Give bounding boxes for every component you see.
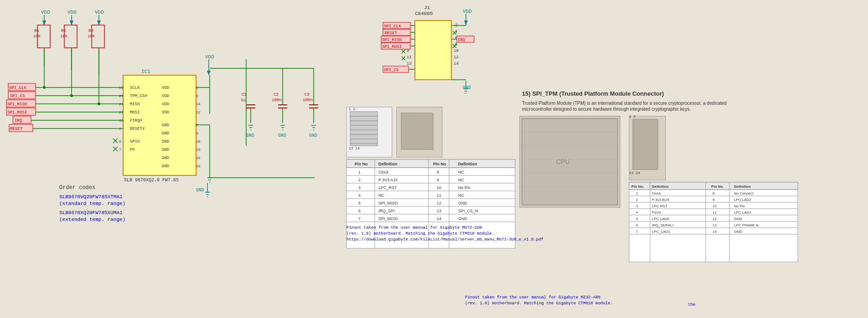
svg-text:PIRQ#: PIRQ# [130,118,143,123]
svg-text:100n: 100n [303,98,313,103]
svg-text:7: 7 [119,148,121,152]
svg-text:8: 8 [196,94,198,98]
svg-text:33: 33 [196,164,201,168]
svg-text:4: 4 [358,193,361,198]
svg-text:LPC_RST: LPC_RST [378,185,397,190]
svg-text:SPI_CS: SPI_CS [10,94,25,98]
svg-text:10k: 10k [60,34,67,39]
svg-text:VDD: VDD [162,94,169,98]
svg-text:C84005: C84005 [415,11,433,16]
svg-text:GND: GND [278,133,286,138]
svg-text:IC1: IC1 [141,69,150,74]
order-code-2: SLB9670XQ20FW785XUMA1 [59,210,123,215]
svg-text:Pin No.: Pin No. [711,185,724,189]
svg-text:10k: 10k [33,34,41,39]
order-code-2-desc: (extended temp. range) [59,217,125,222]
svg-text:IRQ_SERALI: IRQ_SERALI [652,223,673,227]
svg-text:8: 8 [713,191,715,195]
svg-text:3: 3 [636,204,638,208]
svg-text:Definition: Definition [458,162,477,166]
svg-text:LPC FRAME N: LPC FRAME N [734,223,759,227]
svg-text:6: 6 [119,139,121,144]
svg-text:Definition: Definition [734,185,751,189]
svg-text:R1: R1 [34,29,39,33]
svg-text:Clock: Clock [378,170,389,174]
svg-text:1: 1 [358,170,361,174]
svg-rect-195 [350,112,377,146]
vdd-label-2: VDD [67,10,77,15]
pinout-note-1: Pinout taken from the user manual for Gi… [346,226,482,230]
svg-text:NC: NC [458,178,464,182]
svg-text:SPI_MISO: SPI_MISO [378,201,398,205]
svg-text:14: 14 [454,62,459,66]
svg-text:GND: GND [458,201,468,205]
svg-text:22: 22 [196,110,201,114]
svg-text:NC: NC [458,193,464,198]
svg-text:4: 4 [636,210,638,215]
svg-text:2: 2 [636,198,638,202]
svg-text:LPC_LAD1: LPC_LAD1 [652,230,671,234]
svg-text:7: 7 [636,230,638,234]
svg-text:MOSI: MOSI [130,110,140,115]
schematic-canvas: VDD VDD VDD R1 10k R2 10k R3 10k IC1 SCL… [0,0,868,318]
svg-text:13 14: 13 14 [629,171,640,175]
svg-text:IRQ: IRQ [458,38,465,42]
svg-text:8: 8 [437,170,439,174]
svg-text:32: 32 [196,156,201,160]
svg-text:VDD: VDD [162,86,169,90]
svg-text:P 3V3 AJX: P 3V3 AJX [378,178,398,182]
svg-text:14: 14 [713,230,717,234]
svg-text:5: 5 [636,217,638,221]
svg-text:MISO: MISO [130,102,140,107]
svg-text:GND: GND [162,156,169,160]
svg-text:Pin No: Pin No [433,162,446,166]
svg-text:13 14: 13 14 [349,146,360,150]
svg-text:J1: J1 [424,5,430,10]
svg-rect-261 [633,119,658,169]
svg-text:13: 13 [437,209,441,213]
pinout-note-2: Pinout taken from the user manual for Gi… [465,295,600,300]
svg-text:16: 16 [196,139,201,144]
svg-text:SPI_CS_N: SPI_CS_N [458,209,478,213]
vdd-label-3: VDD [95,10,104,15]
svg-text:IRQ: IRQ [15,118,22,123]
svg-text:SPI_MISO: SPI_MISO [382,38,402,42]
svg-text:11: 11 [713,210,717,215]
svg-rect-253 [522,118,618,205]
svg-text:LPC RST: LPC RST [652,204,667,208]
svg-text:RESET: RESET [385,31,398,36]
svg-text:6: 6 [636,223,638,227]
svg-text:GND: GND [458,216,468,221]
svg-text:VDD: VDD [463,9,472,14]
svg-text:CPU: CPU [556,158,570,165]
svg-text:R3: R3 [88,29,93,33]
vdd-label-1: VDD [41,10,50,15]
svg-text:1u: 1u [241,98,246,103]
svg-text:SPI_MOSI: SPI_MOSI [7,110,27,115]
svg-text:P3V3: P3V3 [652,210,661,215]
svg-text:LPC LAD2: LPC LAD2 [734,198,751,202]
svg-text:C1: C1 [242,92,247,97]
svg-text:23: 23 [196,148,201,152]
svg-text:R2: R2 [61,29,66,33]
svg-text:SPI_CLK: SPI_CLK [9,86,26,90]
svg-text:9: 9 [713,198,715,202]
svg-text:13: 13 [713,223,717,227]
svg-text:10: 10 [713,204,717,208]
svg-text:GND: GND [162,139,169,144]
svg-text:Pin No.: Pin No. [631,185,644,189]
pinout-note-1b: (rev. 1.0) motherboard. Matching the Gig… [346,231,494,236]
svg-text:PP: PP [130,148,135,152]
svg-text:C2: C2 [274,92,279,97]
svg-text:TPM_CS#: TPM_CS# [130,94,147,98]
detected-text-the: the [688,303,695,307]
svg-text:GND: GND [734,230,742,234]
svg-text:14: 14 [196,102,201,106]
svg-text:2: 2 [358,178,361,182]
svg-text:Definition: Definition [652,185,669,189]
svg-text:10k: 10k [88,34,95,39]
svg-text:100n: 100n [272,98,282,103]
svg-text:Pin No: Pin No [355,162,368,166]
spi-tpm-desc-2: microcontroller designed to secure hardw… [522,107,691,112]
svg-text:10: 10 [454,49,459,53]
